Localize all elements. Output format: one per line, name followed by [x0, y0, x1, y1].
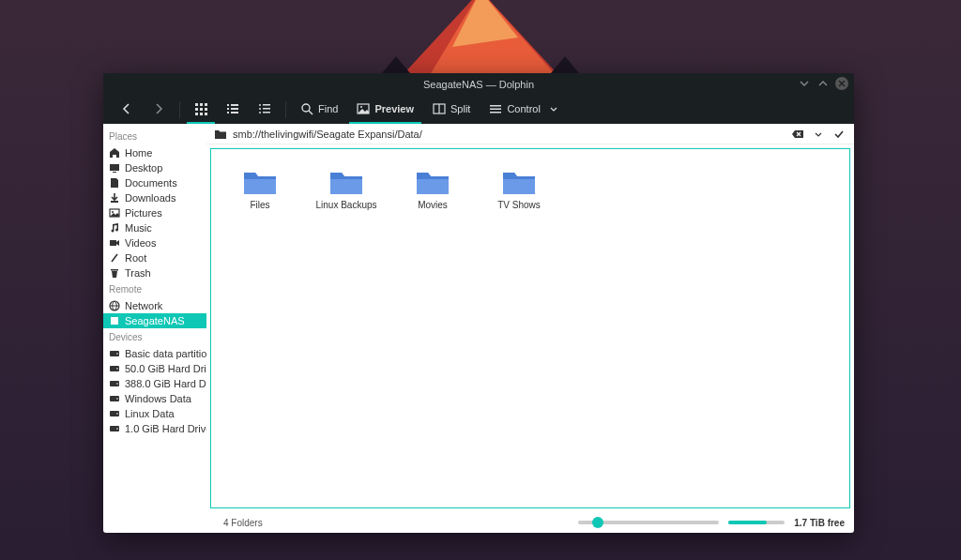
sidebar-item-label: Videos — [125, 237, 156, 249]
preview-label: Preview — [374, 103, 414, 114]
zoom-slider[interactable] — [578, 521, 719, 524]
svg-rect-11 — [195, 113, 198, 115]
svg-point-38 — [112, 211, 114, 213]
svg-rect-17 — [231, 108, 238, 110]
svg-point-49 — [116, 383, 118, 385]
sidebar-item-desktop[interactable]: Desktop — [103, 160, 206, 175]
sidebar-item-pictures[interactable]: Pictures — [103, 205, 206, 220]
videos-icon — [109, 237, 120, 249]
sidebar-item-videos[interactable]: Videos — [103, 235, 206, 250]
nas-icon — [109, 315, 120, 326]
icons-view-button[interactable] — [187, 96, 215, 124]
titlebar: SeagateNAS — Dolphin — [103, 73, 854, 96]
home-icon — [109, 147, 120, 159]
preview-button[interactable]: Preview — [349, 96, 421, 124]
sidebar-item-388-0-gib-hard-drive[interactable]: 388.0 GiB Hard Drive — [103, 376, 206, 391]
svg-rect-36 — [111, 201, 118, 203]
sidebar-item-linux-data[interactable]: Linux Data — [103, 406, 206, 421]
folder-item[interactable]: Linux Backups — [309, 168, 384, 210]
svg-point-28 — [360, 106, 362, 108]
sidebar-item-label: 388.0 GiB Hard Drive — [125, 378, 206, 389]
clear-location-button[interactable] — [790, 127, 805, 142]
sidebar-item-trash[interactable]: Trash — [103, 265, 206, 280]
sidebar-item-windows-data[interactable]: Windows Data — [103, 391, 206, 406]
network-icon — [109, 300, 120, 311]
svg-rect-18 — [227, 112, 229, 114]
window-body: Places HomeDesktopDocumentsDownloadsPict… — [103, 124, 854, 512]
location-dropdown-button[interactable] — [811, 127, 826, 142]
close-button[interactable] — [835, 77, 848, 90]
sidebar-item-basic-data-partition[interactable]: Basic data partition — [103, 346, 206, 361]
sidebar-item-label: 1.0 GiB Hard Drive — [125, 423, 206, 434]
location-bar: smb://thelivingwifi/Seagate Expansi/Data… — [206, 124, 854, 144]
sidebar-item-documents[interactable]: Documents — [103, 175, 206, 190]
places-panel: Places HomeDesktopDocumentsDownloadsPict… — [103, 124, 206, 512]
pictures-icon — [109, 207, 120, 219]
sidebar-item-seagatenas[interactable]: SeagateNAS — [103, 313, 206, 328]
svg-rect-7 — [205, 103, 207, 106]
svg-rect-13 — [205, 113, 207, 115]
sidebar-item-50-0-gib-hard-drive[interactable]: 50.0 GiB Hard Drive — [103, 361, 206, 376]
minimize-button[interactable] — [798, 77, 811, 90]
folder-item[interactable]: Movies — [395, 168, 470, 210]
sidebar-item-home[interactable]: Home — [103, 145, 206, 160]
trash-icon — [109, 267, 120, 279]
free-space: 1.7 TiB free — [794, 518, 845, 528]
control-menu-button[interactable]: Control — [481, 96, 567, 124]
toolbar: Find Preview Split Control — [103, 96, 854, 124]
svg-rect-5 — [195, 103, 198, 106]
svg-point-45 — [116, 353, 118, 355]
folder-icon — [501, 168, 537, 196]
drive-icon — [109, 348, 120, 359]
arrow-left-icon — [120, 102, 133, 115]
sidebar-item-label: Documents — [125, 177, 177, 189]
search-icon — [300, 102, 313, 115]
folder-icon — [328, 168, 364, 196]
location-path[interactable]: smb://thelivingwifi/Seagate Expansi/Data… — [233, 129, 785, 140]
svg-rect-8 — [195, 108, 198, 111]
control-label: Control — [507, 103, 540, 114]
places-header: Places — [103, 128, 206, 145]
svg-rect-35 — [113, 172, 116, 173]
details-view-button[interactable] — [251, 96, 279, 124]
svg-rect-21 — [263, 104, 270, 106]
details-icon — [258, 102, 271, 115]
svg-rect-33 — [490, 112, 501, 114]
svg-rect-14 — [227, 104, 229, 106]
sidebar-item-music[interactable]: Music — [103, 220, 206, 235]
sidebar-item-label: Trash — [125, 267, 151, 279]
svg-point-22 — [259, 108, 261, 110]
split-button[interactable]: Split — [425, 96, 478, 124]
sidebar-item-label: Linux Data — [125, 408, 175, 419]
folder-label: Linux Backups — [315, 200, 376, 210]
svg-rect-10 — [205, 108, 207, 111]
folder-item[interactable]: Files — [222, 168, 297, 210]
folder-view[interactable]: FilesLinux BackupsMoviesTV Shows — [210, 148, 850, 508]
folder-label: TV Shows — [497, 200, 541, 210]
sidebar-item-label: Network — [125, 300, 162, 311]
sidebar-item-root[interactable]: Root — [103, 250, 206, 265]
folder-icon — [214, 128, 227, 141]
svg-rect-40 — [111, 269, 118, 271]
window-title: SeagateNAS — Dolphin — [423, 79, 534, 90]
forward-button[interactable] — [145, 96, 173, 124]
split-icon — [433, 102, 446, 115]
sidebar-item-network[interactable]: Network — [103, 298, 206, 313]
maximize-button[interactable] — [816, 77, 830, 90]
svg-rect-34 — [110, 164, 119, 171]
accept-location-button[interactable] — [831, 127, 847, 142]
svg-rect-9 — [200, 108, 203, 111]
svg-point-20 — [259, 104, 261, 106]
sidebar-item-1-0-gib-hard-drive[interactable]: 1.0 GiB Hard Drive — [103, 421, 206, 436]
zoom-thumb[interactable] — [592, 517, 603, 528]
sidebar-item-downloads[interactable]: Downloads — [103, 190, 206, 205]
back-button[interactable] — [113, 96, 141, 124]
sidebar-item-label: Desktop — [125, 162, 162, 174]
find-button[interactable]: Find — [293, 96, 345, 124]
folder-item[interactable]: TV Shows — [481, 168, 557, 210]
hamburger-icon — [489, 102, 502, 115]
split-label: Split — [450, 103, 470, 114]
drive-icon — [109, 408, 120, 419]
svg-rect-15 — [231, 104, 238, 106]
compact-view-button[interactable] — [219, 96, 247, 124]
